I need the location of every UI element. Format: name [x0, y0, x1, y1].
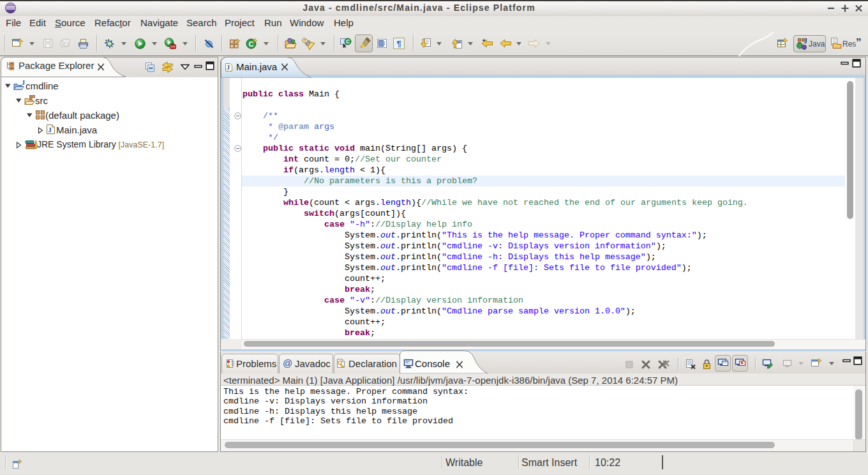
svg-text:J: J — [48, 126, 52, 133]
svg-text:J: J — [804, 37, 807, 45]
svg-text:J: J — [227, 64, 230, 71]
svg-text:C: C — [249, 40, 254, 48]
svg-text:J: J — [22, 80, 25, 86]
svg-text:¶: ¶ — [396, 39, 401, 49]
svg-text:C: C — [346, 38, 350, 45]
